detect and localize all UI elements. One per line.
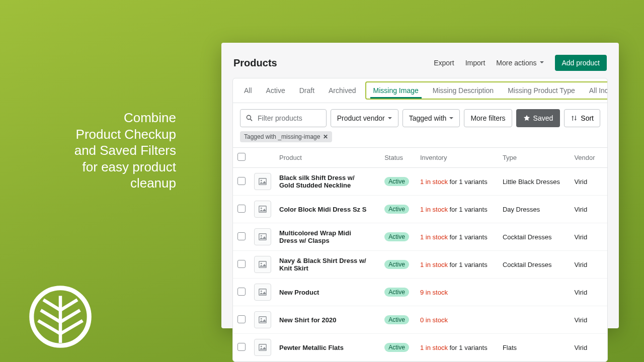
tab-all-incomplete[interactable]: All Incomplete Products [582,82,608,99]
inventory-cell: 1 in stock for 1 variants [416,251,499,279]
product-name: Color Block Midi Dress Sz S [279,206,367,213]
table-row[interactable]: New ProductActive9 in stockVirid [233,279,607,306]
table-row[interactable]: Black silk Shift Dress w/ Gold Studded N… [233,168,607,196]
search-icon [246,114,254,122]
add-product-button[interactable]: Add product [555,55,607,71]
row-checkbox[interactable] [237,288,246,296]
inventory-cell: 1 in stock for 1 variants [416,168,499,196]
status-badge: Active [384,205,409,214]
col-inventory: Inventory [416,148,499,168]
filter-toolbar: Product vendor Tagged with More filters … [233,103,607,131]
tab-missing-image[interactable]: Missing Image [366,82,426,99]
svg-point-21 [261,346,262,347]
tab-archived[interactable]: Archived [321,79,363,102]
status-badge: Active [384,315,409,324]
product-vendor-filter[interactable]: Product vendor [331,109,398,127]
status-badge: Active [384,260,409,269]
row-checkbox[interactable] [237,260,246,268]
type-cell: Flats [499,334,571,361]
svg-point-13 [261,235,262,237]
product-name: New Shirt for 2020 [279,316,367,324]
search-field[interactable] [240,109,327,127]
chevron-down-icon [449,117,453,121]
row-checkbox[interactable] [237,343,246,351]
vendor-cell: Virid [570,196,607,223]
products-table: Product Status Inventory Type Vendor Bla… [233,147,607,361]
products-card: All Active Draft Archived Missing Image … [232,78,608,362]
tab-missing-product-type[interactable]: Missing Product Type [501,82,582,99]
close-icon[interactable]: ✕ [323,133,328,140]
filter-tag-label: Tagged with _missing-image [244,133,320,140]
svg-line-3 [60,300,77,310]
vendor-cell: Virid [570,223,607,251]
product-name: New Product [279,289,367,296]
image-placeholder-icon [254,201,271,218]
product-name: Navy & Black Shirt Dress w/ Knit Skirt [279,257,367,272]
tagged-with-filter[interactable]: Tagged with [403,109,460,127]
active-filter-tags: Tagged with _missing-image ✕ [233,131,607,147]
status-badge: Active [384,232,409,241]
image-placeholder-icon [254,173,271,190]
product-name: Multicolored Wrap Midi Dress w/ Clasps [279,229,367,244]
promo-line: for easy product [83,159,176,174]
chevron-down-icon [388,117,392,121]
inventory-cell: 9 in stock [416,279,499,306]
page-header: Products Export Import More actions Add … [221,43,619,78]
tab-active[interactable]: Active [259,79,292,102]
vendor-cell: Virid [570,279,607,306]
search-input[interactable] [258,114,321,122]
inventory-cell: 1 in stock for 1 variants [416,196,499,223]
type-cell: Little Black Dresses [499,168,571,196]
star-icon [523,115,530,122]
row-checkbox[interactable] [237,232,246,240]
image-placeholder-icon [254,284,271,301]
inventory-cell: 1 in stock for 1 variants [416,334,499,361]
status-badge: Active [384,343,409,352]
svg-line-5 [60,310,80,322]
filter-tag[interactable]: Tagged with _missing-image ✕ [240,131,332,142]
table-row[interactable]: Navy & Black Shirt Dress w/ Knit SkirtAc… [233,251,607,279]
row-checkbox[interactable] [237,177,246,185]
status-badge: Active [384,288,409,297]
col-status: Status [380,148,416,168]
export-link[interactable]: Export [434,59,454,67]
sort-button[interactable]: Sort [564,109,600,127]
saved-button[interactable]: Saved [516,109,560,127]
tab-draft[interactable]: Draft [292,79,321,102]
custom-tabs-highlight: Missing Image Missing Description Missin… [365,81,608,100]
table-row[interactable]: Pewter Metallic FlatsActive1 in stock fo… [233,334,607,361]
table-row[interactable]: Multicolored Wrap Midi Dress w/ ClaspsAc… [233,223,607,251]
image-placeholder-icon [254,311,271,328]
product-name: Black silk Shift Dress w/ Gold Studded N… [279,174,367,189]
inventory-cell: 0 in stock [416,306,499,334]
brand-logo-icon [28,284,93,349]
type-cell: Cocktail Dresses [499,251,571,279]
tab-all[interactable]: All [237,79,259,102]
tab-bar: All Active Draft Archived Missing Image … [233,78,607,103]
type-cell [499,306,571,334]
type-cell: Cocktail Dresses [499,223,571,251]
vendor-cell: Virid [570,306,607,334]
svg-point-17 [261,291,262,292]
select-all-checkbox[interactable] [237,153,246,161]
more-actions-dropdown[interactable]: More actions [496,59,543,67]
vendor-cell: Virid [570,251,607,279]
promo-line: Product Checkup [76,127,176,142]
promo-copy: Combine Product Checkup and Saved Filter… [20,110,176,192]
vendor-cell: Virid [570,168,607,196]
svg-line-4 [41,310,60,322]
status-badge: Active [384,177,409,186]
row-checkbox[interactable] [237,315,246,323]
table-row[interactable]: New Shirt for 2020Active0 in stockVirid [233,306,607,334]
table-row[interactable]: Color Block Midi Dress Sz SActive1 in st… [233,196,607,223]
more-filters-button[interactable]: More filters [464,109,512,127]
type-cell [499,279,571,306]
product-name: Pewter Metallic Flats [279,344,367,351]
row-checkbox[interactable] [237,205,246,213]
svg-line-2 [43,300,60,310]
import-link[interactable]: Import [465,59,486,67]
tab-missing-description[interactable]: Missing Description [426,82,501,99]
products-panel: Products Export Import More actions Add … [221,43,619,328]
col-type: Type [499,148,571,168]
svg-point-11 [261,208,262,209]
